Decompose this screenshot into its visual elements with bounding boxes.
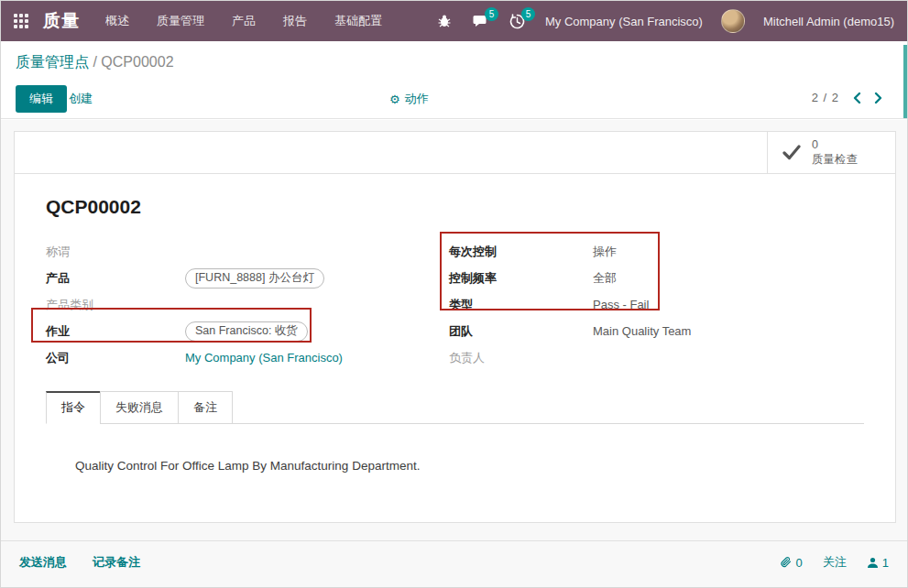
messages-badge: 5 xyxy=(485,7,498,21)
action-label: 动作 xyxy=(405,91,429,107)
scrollbar-thumb[interactable] xyxy=(903,45,907,118)
field-value: Main Quality Team xyxy=(593,324,691,338)
field-value: Pass - Fail xyxy=(593,298,649,311)
menu-products[interactable]: 产品 xyxy=(232,1,256,41)
activity-badge: 5 xyxy=(521,7,535,21)
record-title: QCP00002 xyxy=(46,196,864,218)
field-label: 负责人 xyxy=(449,350,593,366)
user-menu[interactable]: Mitchell Admin (demo15) xyxy=(763,15,894,28)
breadcrumb-parent[interactable]: 质量管理点 xyxy=(16,54,89,70)
gear-icon: ⚙ xyxy=(389,93,400,105)
pager: 2 / 2 xyxy=(812,91,883,104)
instructions-text: Quality Control For Office Lamp By Manuf… xyxy=(46,424,864,473)
form-sheet: 0 质量检查 QCP00002 称谓 产品 [FURN_ xyxy=(14,131,896,523)
field-label: 产品类别 xyxy=(46,297,185,313)
quality-checks-smart-button[interactable]: 0 质量检查 xyxy=(767,132,895,173)
field-label: 称谓 xyxy=(46,244,185,260)
field-label: 类型 xyxy=(449,297,593,313)
follower-person-icon xyxy=(867,557,879,569)
create-button[interactable]: 创建 xyxy=(69,91,93,107)
tab-failure-message[interactable]: 失败消息 xyxy=(100,391,179,424)
field-label: 控制频率 xyxy=(449,270,593,287)
quality-checks-label: 质量检查 xyxy=(812,153,858,168)
tab-notes[interactable]: 备注 xyxy=(178,391,233,424)
control-panel: 质量管理点 / QCP00002 编辑 创建 ⚙ 动作 2 / 2 xyxy=(1,41,907,119)
edit-button[interactable]: 编辑 xyxy=(16,85,67,113)
sheet-body: QCP00002 称谓 产品 [FURN_8888] 办公台灯 产品类别 xyxy=(15,174,895,473)
debug-bug-icon[interactable] xyxy=(435,12,454,30)
breadcrumb-current: QCP00002 xyxy=(101,54,173,70)
field-label: 团队 xyxy=(449,323,593,340)
send-message-button[interactable]: 发送消息 xyxy=(19,554,67,571)
followers-count: 1 xyxy=(882,556,889,570)
operation-tag[interactable]: San Francisco: 收货 xyxy=(185,321,308,342)
content-area: 0 质量检查 QCP00002 称谓 产品 [FURN_ xyxy=(1,120,907,587)
quality-control-point-page: 质量 概述 质量管理 产品 报告 基础配置 5 5 My Company (Sa… xyxy=(0,0,908,588)
paperclip-icon xyxy=(780,556,793,569)
field-row-team: 团队 Main Quality Team xyxy=(449,318,864,344)
tab-instructions[interactable]: 指令 xyxy=(46,391,101,424)
attachments-count: 0 xyxy=(796,556,803,570)
field-value: 全部 xyxy=(593,270,617,287)
top-navbar: 质量 概述 质量管理 产品 报告 基础配置 5 5 My Company (Sa… xyxy=(1,1,907,41)
field-row-product-category: 产品类别 xyxy=(46,291,449,318)
breadcrumb: 质量管理点 / QCP00002 xyxy=(16,53,174,72)
pager-previous-icon[interactable] xyxy=(852,92,861,104)
menu-quality-control[interactable]: 质量管理 xyxy=(157,1,204,41)
pager-next-icon[interactable] xyxy=(874,92,883,104)
attachments-button[interactable]: 0 xyxy=(780,556,803,570)
quality-checks-count: 0 xyxy=(812,138,858,153)
activity-clock-icon[interactable]: 5 xyxy=(509,12,527,30)
field-row-responsible: 负责人 xyxy=(449,344,864,371)
field-label: 公司 xyxy=(46,350,185,366)
field-row-title: 称谓 xyxy=(46,238,449,265)
app-brand[interactable]: 质量 xyxy=(43,9,80,33)
followers-button[interactable]: 1 xyxy=(867,556,889,570)
field-row-operation: 作业 San Francisco: 收货 xyxy=(46,318,449,344)
field-label: 每次控制 xyxy=(449,244,593,260)
log-note-button[interactable]: 记录备注 xyxy=(93,554,140,571)
field-row-control-per: 每次控制 操作 xyxy=(449,238,864,265)
menu-overview[interactable]: 概述 xyxy=(105,1,129,41)
field-row-product: 产品 [FURN_8888] 办公台灯 xyxy=(46,265,449,291)
field-value: 操作 xyxy=(593,244,617,260)
field-label: 作业 xyxy=(46,323,185,340)
company-link[interactable]: My Company (San Francisco) xyxy=(185,351,343,365)
field-grid: 称谓 产品 [FURN_8888] 办公台灯 产品类别 作业 xyxy=(46,238,864,371)
tab-bar: 指令 失败消息 备注 xyxy=(46,391,864,424)
button-box: 0 质量检查 xyxy=(15,132,895,174)
follow-button[interactable]: 关注 xyxy=(823,554,847,571)
action-menu[interactable]: ⚙ 动作 xyxy=(389,91,429,107)
chatter: 发送消息 记录备注 0 关注 1 xyxy=(1,540,907,571)
left-column: 称谓 产品 [FURN_8888] 办公台灯 产品类别 作业 xyxy=(46,238,449,371)
pager-count: 2 / 2 xyxy=(812,91,839,104)
notebook: 指令 失败消息 备注 Quality Control For Office La… xyxy=(46,391,864,473)
company-switcher[interactable]: My Company (San Francisco) xyxy=(545,15,703,28)
menu-reporting[interactable]: 报告 xyxy=(283,1,307,41)
chatter-right: 0 关注 1 xyxy=(780,554,889,571)
user-avatar[interactable] xyxy=(721,9,745,33)
check-icon xyxy=(782,145,801,160)
apps-grid-icon[interactable] xyxy=(14,14,28,28)
field-row-company: 公司 My Company (San Francisco) xyxy=(46,344,449,371)
right-column: 每次控制 操作 控制频率 全部 类型 Pass - Fail 团队 xyxy=(449,238,864,371)
navbar-right: 5 5 My Company (San Francisco) Mitchell … xyxy=(435,9,894,33)
field-label: 产品 xyxy=(46,270,185,287)
field-row-control-frequency: 控制频率 全部 xyxy=(449,265,864,291)
menu-configuration[interactable]: 基础配置 xyxy=(334,1,382,41)
field-row-type: 类型 Pass - Fail xyxy=(449,291,864,318)
messages-icon[interactable]: 5 xyxy=(472,12,490,30)
product-tag[interactable]: [FURN_8888] 办公台灯 xyxy=(185,268,324,289)
main-menu: 概述 质量管理 产品 报告 基础配置 xyxy=(105,1,382,41)
